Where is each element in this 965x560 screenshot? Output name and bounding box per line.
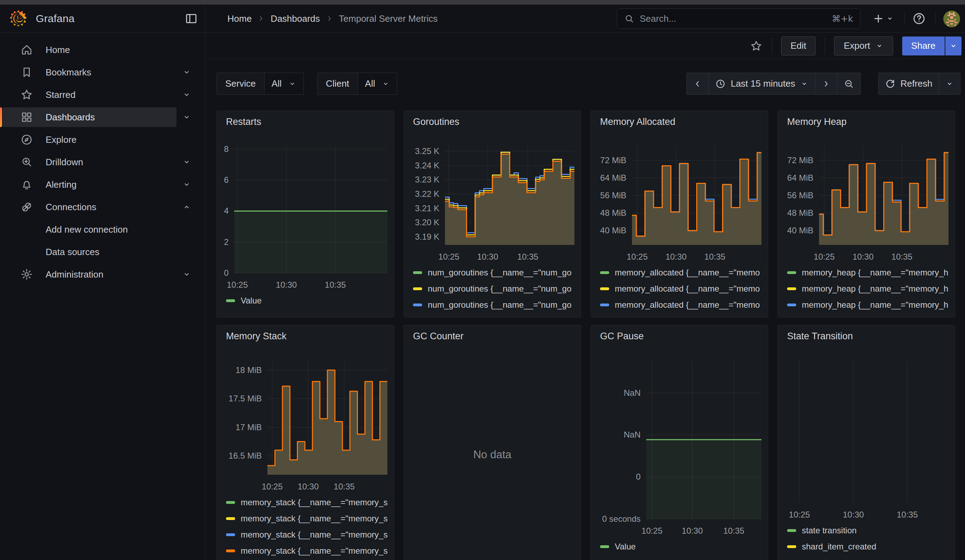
legend-item[interactable]: memory_heap {__name__="memory_h bbox=[787, 281, 955, 297]
series-color-dash bbox=[413, 271, 422, 274]
panel-title[interactable]: Memory Allocated bbox=[591, 111, 768, 132]
legend-item[interactable]: memory_stack {__name__="memory_s bbox=[226, 511, 394, 527]
panel-gc-counter: GC CounterNo data bbox=[404, 325, 581, 560]
legend-item[interactable]: Value bbox=[226, 292, 394, 309]
panel-title[interactable]: Memory Stack bbox=[217, 325, 394, 346]
chart-goroutines[interactable]: 3.19 K3.20 K3.21 K3.22 K3.23 K3.24 K3.25… bbox=[404, 132, 578, 264]
svg-text:10:30: 10:30 bbox=[682, 526, 703, 536]
svg-text:0 seconds: 0 seconds bbox=[602, 514, 640, 524]
panel-state-transition: State Transition10:2510:3010:35state tra… bbox=[778, 325, 955, 560]
legend-item[interactable]: memory_stack {__name__="memory_s bbox=[226, 495, 394, 511]
svg-text:10:30: 10:30 bbox=[276, 280, 297, 289]
legend-item[interactable]: num_goroutines {__name__="num_go bbox=[413, 264, 581, 281]
svg-text:3.25 K: 3.25 K bbox=[415, 146, 439, 156]
panel-mem-alloc: Memory Allocated40 MiB48 MiB56 MiB64 MiB… bbox=[590, 111, 768, 318]
svg-text:16.5 MiB: 16.5 MiB bbox=[229, 451, 262, 460]
chart-mem-alloc[interactable]: 40 MiB48 MiB56 MiB64 MiB72 MiB10:2510:30… bbox=[591, 132, 765, 264]
svg-text:48 MiB: 48 MiB bbox=[787, 208, 813, 217]
svg-text:3.22 K: 3.22 K bbox=[415, 189, 439, 199]
legend: Value bbox=[217, 292, 394, 317]
legend: num_goroutines {__name__="num_gonum_goro… bbox=[404, 264, 581, 317]
svg-text:NaN: NaN bbox=[623, 388, 640, 398]
legend-item[interactable]: state transition bbox=[787, 522, 955, 539]
svg-text:10:35: 10:35 bbox=[334, 482, 355, 491]
panel-title[interactable]: Restarts bbox=[217, 111, 394, 132]
series-color-dash bbox=[787, 287, 796, 290]
no-data-message: No data bbox=[404, 346, 581, 560]
series-color-dash bbox=[600, 304, 609, 306]
svg-text:18 MiB: 18 MiB bbox=[236, 365, 262, 375]
legend: memory_heap {__name__="memory_hmemory_he… bbox=[778, 264, 955, 317]
legend-item[interactable]: num_goroutines {__name__="num_go bbox=[413, 297, 581, 313]
chart-mem-heap[interactable]: 40 MiB48 MiB56 MiB64 MiB72 MiB10:2510:30… bbox=[778, 132, 952, 264]
chart-mem-stack[interactable]: 16.5 MiB17 MiB17.5 MiB18 MiB10:2510:3010… bbox=[217, 346, 391, 495]
svg-text:56 MiB: 56 MiB bbox=[787, 191, 813, 200]
sidebar-item-label: Add new connection bbox=[46, 224, 128, 235]
legend-label: Value bbox=[615, 542, 636, 552]
legend: memory_allocated {__name__="memomemory_a… bbox=[591, 264, 768, 317]
svg-text:64 MiB: 64 MiB bbox=[787, 173, 813, 183]
panel-goroutines: Goroutines3.19 K3.20 K3.21 K3.22 K3.23 K… bbox=[404, 111, 581, 318]
svg-text:10:25: 10:25 bbox=[227, 280, 248, 289]
svg-text:10:35: 10:35 bbox=[896, 510, 918, 519]
legend-label: memory_allocated {__name__="memo bbox=[615, 300, 760, 310]
svg-text:10:25: 10:25 bbox=[789, 510, 810, 519]
panel-mem-stack: Memory Stack16.5 MiB17 MiB17.5 MiB18 MiB… bbox=[216, 325, 394, 560]
legend-label: memory_allocated {__name__="memo bbox=[615, 268, 760, 278]
series-color-dash bbox=[600, 545, 609, 548]
panel-title[interactable]: GC Counter bbox=[404, 325, 581, 346]
legend-item[interactable]: memory_stack {__name__="memory_s bbox=[226, 543, 394, 559]
svg-text:10:35: 10:35 bbox=[325, 280, 346, 289]
legend-item[interactable]: num_goroutines {__name__="num_go bbox=[413, 313, 581, 317]
series-color-dash bbox=[226, 533, 235, 536]
panel-restarts: Restarts0246810:2510:3010:35Value bbox=[216, 111, 394, 318]
legend-label: memory_heap {__name__="memory_h bbox=[802, 300, 948, 310]
svg-text:10:25: 10:25 bbox=[814, 252, 835, 261]
legend-item[interactable]: memory_allocated {__name__="memo bbox=[600, 313, 768, 317]
legend-item[interactable]: memory_allocated {__name__="memo bbox=[600, 281, 768, 297]
svg-text:3.21 K: 3.21 K bbox=[415, 204, 439, 213]
panel-title[interactable]: Memory Heap bbox=[778, 111, 955, 132]
svg-text:3.24 K: 3.24 K bbox=[415, 161, 439, 170]
legend-item[interactable]: shard_item_created bbox=[787, 539, 955, 555]
legend-label: memory_heap {__name__="memory_h bbox=[802, 284, 948, 294]
sidebar-item-label: Bookmarks bbox=[46, 67, 91, 78]
svg-text:4: 4 bbox=[224, 206, 229, 216]
chart-restarts[interactable]: 0246810:2510:3010:35 bbox=[217, 132, 391, 292]
legend-item[interactable]: memory_heap {__name__="memory_h bbox=[787, 297, 955, 313]
legend-item[interactable]: memory_heap {__name__="memory_h bbox=[787, 264, 955, 281]
legend-label: memory_heap {__name__="memory_h bbox=[802, 268, 948, 278]
svg-text:6: 6 bbox=[224, 175, 229, 184]
legend-item[interactable]: num_goroutines {__name__="num_go bbox=[413, 281, 581, 297]
svg-text:64 MiB: 64 MiB bbox=[600, 173, 626, 183]
svg-text:10:25: 10:25 bbox=[262, 482, 283, 491]
series-color-dash bbox=[600, 287, 609, 290]
chart-state-transition[interactable]: 10:2510:3010:35 bbox=[778, 346, 952, 522]
legend-item[interactable]: memory_heap {__name__="memory_h bbox=[787, 313, 955, 317]
svg-text:8: 8 bbox=[224, 144, 229, 154]
panel-title[interactable]: State Transition bbox=[778, 325, 955, 346]
legend-label: shard_item_created bbox=[802, 542, 876, 552]
svg-text:40 MiB: 40 MiB bbox=[600, 225, 626, 235]
panel-mem-heap: Memory Heap40 MiB48 MiB56 MiB64 MiB72 Mi… bbox=[778, 111, 955, 318]
legend-item[interactable]: memory_allocated {__name__="memo bbox=[600, 297, 768, 313]
legend-item[interactable]: memory_stack {__name__="memory_s bbox=[226, 527, 394, 543]
sidebar-item-label: Explore bbox=[46, 134, 77, 145]
svg-text:17 MiB: 17 MiB bbox=[236, 423, 262, 432]
chart-gc-pause[interactable]: 0 seconds0NaNNaN10:2510:3010:35 bbox=[591, 346, 765, 539]
svg-text:3.19 K: 3.19 K bbox=[415, 232, 439, 242]
legend-label: memory_stack {__name__="memory_s bbox=[241, 498, 388, 508]
sidebar-item-label: Connections bbox=[46, 202, 96, 213]
svg-text:2: 2 bbox=[224, 237, 229, 247]
legend-label: memory_stack {__name__="memory_s bbox=[241, 514, 388, 524]
legend-label: num_goroutines {__name__="num_go bbox=[428, 316, 572, 317]
series-color-dash bbox=[226, 501, 235, 504]
legend: memory_stack {__name__="memory_smemory_s… bbox=[217, 495, 394, 560]
panel-title[interactable]: Goroutines bbox=[404, 111, 581, 132]
panel-title[interactable]: GC Pause bbox=[591, 325, 768, 346]
legend-label: memory_stack {__name__="memory_s bbox=[241, 546, 388, 556]
series-color-dash bbox=[787, 271, 796, 274]
sidebar-item-label: Drilldown bbox=[46, 157, 83, 168]
legend-item[interactable]: memory_allocated {__name__="memo bbox=[600, 264, 768, 281]
legend-item[interactable]: Value bbox=[600, 539, 768, 555]
